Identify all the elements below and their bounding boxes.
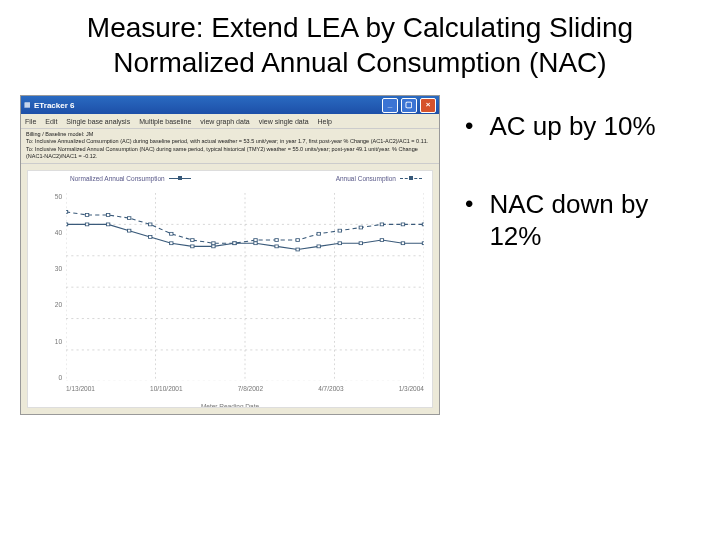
svg-rect-15	[149, 235, 152, 238]
svg-rect-17	[191, 245, 194, 248]
app-icon: ▦	[24, 101, 31, 109]
bullet-icon: •	[465, 188, 473, 253]
legend-nac: Normalized Annual Consumption	[70, 175, 191, 182]
svg-rect-45	[401, 223, 404, 226]
menu-bar: File Edit Single base analysis Multiple …	[21, 114, 439, 129]
x-tick: 7/8/2002	[238, 385, 263, 401]
svg-rect-21	[275, 245, 278, 248]
menu-view-single[interactable]: view single data	[259, 118, 309, 125]
svg-rect-22	[296, 248, 299, 251]
svg-rect-46	[422, 223, 424, 226]
x-tick: 4/7/2003	[318, 385, 343, 401]
window-title: ETracker 6	[34, 101, 379, 110]
menu-view-graph[interactable]: view graph data	[200, 118, 249, 125]
bullet-list: • AC up by 10% • NAC down by 12%	[465, 95, 700, 298]
info-line-2: To: Inclusive Annualized Consumption (AC…	[26, 138, 434, 145]
svg-rect-23	[317, 245, 320, 248]
y-tick: 0	[32, 374, 62, 381]
svg-rect-36	[212, 241, 215, 244]
bullet-text: NAC down by 12%	[489, 188, 700, 253]
info-panel: Billing / Baseline model: JM To: Inclusi…	[21, 129, 439, 164]
chart-svg	[66, 193, 424, 381]
svg-rect-28	[422, 241, 424, 244]
x-axis-ticks: 1/13/2001 10/10/2001 7/8/2002 4/7/2003 1…	[66, 385, 424, 401]
svg-rect-31	[106, 213, 109, 216]
info-line-1: Billing / Baseline model: JM	[26, 131, 434, 138]
svg-rect-12	[85, 223, 88, 226]
svg-rect-20	[254, 241, 257, 244]
x-axis-label: Meter Reading Date	[28, 403, 432, 408]
chart-plot	[66, 193, 424, 381]
svg-rect-43	[359, 226, 362, 229]
bullet-text: AC up by 10%	[489, 110, 655, 143]
y-tick: 20	[32, 301, 62, 308]
maximize-button[interactable]: ▢	[401, 98, 417, 113]
svg-rect-41	[317, 232, 320, 235]
app-window: ▦ ETracker 6 _ ▢ × File Edit Single base…	[20, 95, 440, 415]
chart-area: Normalized Annual Consumption Annual Con…	[27, 170, 433, 408]
bullet-item: • NAC down by 12%	[465, 188, 700, 253]
close-button[interactable]: ×	[420, 98, 436, 113]
legend-nac-label: Normalized Annual Consumption	[70, 175, 165, 182]
x-tick: 1/13/2001	[66, 385, 95, 401]
chart-legend: Normalized Annual Consumption Annual Con…	[70, 175, 422, 182]
menu-help[interactable]: Help	[318, 118, 332, 125]
legend-ac: Annual Consumption	[336, 175, 422, 182]
svg-rect-42	[338, 229, 341, 232]
svg-rect-33	[149, 223, 152, 226]
legend-ac-sample	[400, 178, 422, 179]
menu-single-base[interactable]: Single base analysis	[66, 118, 130, 125]
svg-rect-16	[170, 241, 173, 244]
svg-rect-29	[66, 210, 68, 213]
bullet-icon: •	[465, 110, 473, 143]
info-line-3: To: Inclusive Normalized Annual Consumpt…	[26, 146, 434, 161]
content-row: ▦ ETracker 6 _ ▢ × File Edit Single base…	[20, 95, 700, 415]
svg-rect-39	[275, 238, 278, 241]
svg-rect-18	[212, 245, 215, 248]
y-tick: 40	[32, 229, 62, 236]
legend-ac-label: Annual Consumption	[336, 175, 396, 182]
svg-rect-35	[191, 238, 194, 241]
x-tick: 1/3/2004	[399, 385, 424, 401]
svg-rect-14	[127, 229, 130, 232]
y-tick: 30	[32, 265, 62, 272]
menu-file[interactable]: File	[25, 118, 36, 125]
slide-title: Measure: Extend LEA by Calculating Slidi…	[20, 10, 700, 80]
bullet-item: • AC up by 10%	[465, 110, 700, 143]
y-tick: 50	[32, 193, 62, 200]
minimize-button[interactable]: _	[382, 98, 398, 113]
menu-edit[interactable]: Edit	[45, 118, 57, 125]
svg-rect-13	[106, 223, 109, 226]
svg-rect-27	[401, 241, 404, 244]
menu-multiple-baseline[interactable]: Multiple baseline	[139, 118, 191, 125]
svg-rect-30	[85, 213, 88, 216]
svg-rect-25	[359, 241, 362, 244]
svg-rect-11	[66, 223, 68, 226]
svg-rect-38	[254, 238, 257, 241]
y-axis-ticks: 50 40 30 20 10 0	[32, 193, 62, 381]
x-tick: 10/10/2001	[150, 385, 183, 401]
legend-nac-sample	[169, 178, 191, 179]
svg-rect-34	[170, 232, 173, 235]
svg-rect-40	[296, 238, 299, 241]
svg-rect-26	[380, 238, 383, 241]
window-titlebar: ▦ ETracker 6 _ ▢ ×	[21, 96, 439, 114]
svg-rect-24	[338, 241, 341, 244]
y-tick: 10	[32, 338, 62, 345]
svg-rect-32	[127, 216, 130, 219]
svg-rect-44	[380, 223, 383, 226]
svg-rect-37	[233, 241, 236, 244]
